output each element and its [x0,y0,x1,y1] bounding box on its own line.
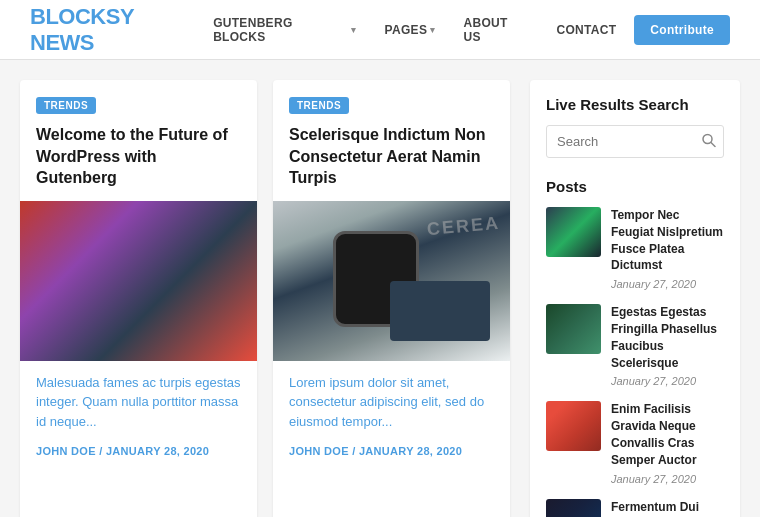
article-title-1[interactable]: Welcome to the Future of WordPress with … [36,124,241,189]
article-card-1: TRENDS Welcome to the Future of WordPres… [20,80,257,517]
search-input[interactable] [546,125,724,158]
article-author-1[interactable]: JOHN DOE [36,445,96,457]
post-thumbnail-1 [546,207,601,257]
chevron-down-icon: ▾ [351,25,356,35]
nav-item-contact[interactable]: CONTACT [546,17,626,43]
post-info-2: Egestas Egestas Fringilla Phasellus Fauc… [611,304,724,387]
posts-section-title: Posts [546,178,724,195]
site-logo[interactable]: BLOCKSY NEWS [30,4,203,56]
meta-separator-1: / [99,445,106,457]
article-image-1 [20,201,257,361]
main-content: TRENDS Welcome to the Future of WordPres… [0,60,760,517]
article-meta-2: JOHN DOE / JANUARY 28, 2020 [273,445,510,457]
logo-text-main: BLOCKSY [30,4,134,29]
search-icon [702,133,716,147]
article-tag-1[interactable]: TRENDS [36,97,96,114]
sidebar: Live Results Search Posts Tempo [530,80,740,517]
post-item-2[interactable]: Egestas Egestas Fringilla Phasellus Fauc… [546,304,724,387]
post-title-4: Fermentum Dui Faucibus Bnornare Quam Viv… [611,499,724,517]
svg-line-1 [711,142,715,146]
post-title-2: Egestas Egestas Fringilla Phasellus Fauc… [611,304,724,371]
content-layout: TRENDS Welcome to the Future of WordPres… [20,80,740,517]
post-thumbnail-4 [546,499,601,517]
post-date-3: January 27, 2020 [611,473,724,485]
sidebar-section: Live Results Search Posts Tempo [530,80,740,517]
logo-text-highlight: NEWS [30,30,94,55]
article-excerpt-2: Lorem ipsum dolor sit amet, consectetur … [273,373,510,432]
article-inner-2: TRENDS Scelerisque Indictum Non Consecte… [273,80,510,189]
nav-item-pages[interactable]: PAGES ▾ [375,17,446,43]
post-date-2: January 27, 2020 [611,375,724,387]
article-title-2[interactable]: Scelerisque Indictum Non Consectetur Aer… [289,124,494,189]
post-title-1: Tempor Nec Feugiat Nislpretium Fusce Pla… [611,207,724,274]
article-card-2: TRENDS Scelerisque Indictum Non Consecte… [273,80,510,517]
contribute-button[interactable]: Contribute [634,15,730,45]
article-inner-1: TRENDS Welcome to the Future of WordPres… [20,80,257,189]
site-header: BLOCKSY NEWS GUTENBERG BLOCKS ▾ PAGES ▾ … [0,0,760,60]
search-button[interactable] [702,133,716,150]
article-tag-2[interactable]: TRENDS [289,97,349,114]
nav-item-gutenberg[interactable]: GUTENBERG BLOCKS ▾ [203,10,366,50]
post-item-3[interactable]: Enim Facilisis Gravida Neque Convallis C… [546,401,724,484]
post-thumbnail-3 [546,401,601,451]
search-box [546,125,724,158]
post-date-1: January 27, 2020 [611,278,724,290]
article-image-2: CEREA [273,201,510,361]
article-meta-1: JOHN DOE / JANUARY 28, 2020 [20,445,257,457]
articles-column: TRENDS Welcome to the Future of WordPres… [20,80,510,517]
chevron-down-icon: ▾ [430,25,435,35]
watch-image-text: CEREA [426,213,501,240]
article-author-2[interactable]: JOHN DOE [289,445,349,457]
meta-separator-2: / [352,445,359,457]
nav-item-about[interactable]: ABOUT US [454,10,539,50]
article-date-1: JANUARY 28, 2020 [106,445,209,457]
article-excerpt-1: Malesuada fames ac turpis egestas intege… [20,373,257,432]
search-section-title: Live Results Search [546,96,724,113]
article-date-2: JANUARY 28, 2020 [359,445,462,457]
post-title-3: Enim Facilisis Gravida Neque Convallis C… [611,401,724,468]
post-item-1[interactable]: Tempor Nec Feugiat Nislpretium Fusce Pla… [546,207,724,290]
post-info-3: Enim Facilisis Gravida Neque Convallis C… [611,401,724,484]
post-info-1: Tempor Nec Feugiat Nislpretium Fusce Pla… [611,207,724,290]
post-info-4: Fermentum Dui Faucibus Bnornare Quam Viv… [611,499,724,517]
post-thumbnail-2 [546,304,601,354]
main-nav: GUTENBERG BLOCKS ▾ PAGES ▾ ABOUT US CONT… [203,10,730,50]
post-item-4[interactable]: Fermentum Dui Faucibus Bnornare Quam Viv… [546,499,724,517]
